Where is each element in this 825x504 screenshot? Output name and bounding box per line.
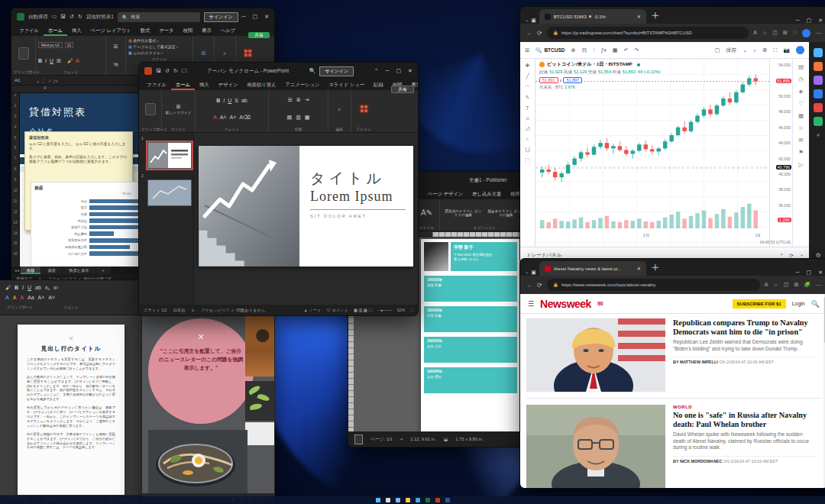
profile-avatar[interactable] <box>802 29 810 37</box>
slide-thumbnail-panel[interactable]: 1 2 <box>139 133 194 305</box>
save-button[interactable]: 保存 <box>726 47 736 54</box>
text-tool-icon[interactable]: T <box>526 105 529 111</box>
font-color-icon[interactable]: A <box>213 115 217 120</box>
italic-icon[interactable]: I <box>22 285 24 290</box>
row-header[interactable]: 7 <box>11 157 19 167</box>
styles-icon[interactable]: A✎ <box>421 208 432 217</box>
ribbon-tab-6[interactable]: 校閲 <box>179 25 198 36</box>
ribbon-display-icon[interactable]: ⌃ <box>374 68 379 74</box>
hotlist-icon[interactable]: ◈ <box>799 88 804 95</box>
word-document-area[interactable]: ✕ 見出し行のタイトル この文書内のテキストを変更するには、更新するテキスト ブ… <box>0 315 143 495</box>
search-icon[interactable]: 🔍 <box>811 300 820 308</box>
zoom-tool-icon[interactable]: ⌕ <box>526 136 529 142</box>
browser-tab-active[interactable]: Alexei Navalny news & latest pi... ✕ <box>539 261 646 276</box>
interval-icon[interactable]: 日 <box>581 47 587 54</box>
font-color-icon[interactable]: A <box>76 58 79 63</box>
maximize-icon[interactable]: ▢ <box>396 68 401 74</box>
edge-office-icon[interactable] <box>814 117 823 126</box>
resume-header-row[interactable]: 平野 彩子 〒950-0950 東京都杉並区富士見町 12-3-4 <box>424 242 529 271</box>
quick-access-toolbar[interactable]: 🖫↺↻ <box>60 14 82 20</box>
refresh-icon[interactable]: ⟳ <box>537 30 542 37</box>
time-axis[interactable]: 1月 19 <box>535 230 769 247</box>
ribbon-tab-0[interactable]: ファイル <box>142 79 171 90</box>
char-format-icon[interactable]: Aa <box>28 295 34 300</box>
strikethrough-icon[interactable]: ab <box>35 285 41 290</box>
newsletter-document-window[interactable]: ✕ "ここに引用文を配置して、ご自分のニュースレターのこの問題を強調表示します。… <box>141 313 275 504</box>
browser-tab-strip[interactable]: ◔ ▣ BTCUSD 51863 ▼ -0.1% ✕ ＋ ─▢✕ <box>520 7 825 24</box>
collections-icon[interactable]: ⊞ <box>783 30 788 36</box>
article-headline[interactable]: Republican compares Trump to Navalny Dem… <box>673 318 817 336</box>
measure-icon[interactable]: ◿ <box>526 125 529 131</box>
sheet-nav-icons[interactable]: ◂ ▸ <box>15 268 20 273</box>
paste-button[interactable] <box>145 103 156 115</box>
article-headline[interactable]: No one is "safe" in Russia after Navalny… <box>673 411 817 428</box>
maximize-icon[interactable]: ▢ <box>807 18 812 24</box>
right-widget-bar[interactable]: ▤◷◈♡▦☺✉⚑▷ <box>792 59 809 247</box>
calendar-icon[interactable]: ▦ <box>798 112 804 119</box>
comments-button[interactable]: 🗨 コメント <box>326 308 348 313</box>
minimize-icon[interactable]: ─ <box>796 18 800 24</box>
shrink-font-icon[interactable]: A˅ <box>48 295 55 300</box>
ribbon-tab-4[interactable]: 画面切り替え <box>242 79 280 90</box>
border-icon[interactable]: ⊞ <box>57 58 61 64</box>
start-icon[interactable] <box>376 498 380 502</box>
ribbon-tab-5[interactable]: アニメーション <box>280 79 324 90</box>
newsweek-page[interactable]: ☰ Newsweek 90 SUBSCRIBE FOR $1 Login 🔍 <box>520 294 825 488</box>
newsweek-browser-window[interactable]: ◔ ▣ Alexei Navalny news & latest pi... ✕… <box>519 258 825 489</box>
excel-share-button[interactable]: 共有 <box>248 32 270 38</box>
format-painter-icon[interactable]: 🖌 <box>5 285 11 290</box>
sheet-tab[interactable]: 負債と資本 <box>63 267 95 274</box>
trendline-icon[interactable]: ╱ <box>526 73 529 79</box>
excel-icon[interactable] <box>425 498 430 502</box>
row-header[interactable]: 14 <box>11 231 19 242</box>
close-tab-icon[interactable]: ✕ <box>637 266 641 271</box>
slide-thumbnail-1[interactable] <box>147 142 192 169</box>
underline-icon[interactable]: U <box>228 98 231 103</box>
row-header[interactable]: 5 <box>11 136 19 147</box>
font-color-icon[interactable]: A <box>20 295 24 300</box>
row-header[interactable]: 6 <box>11 146 19 157</box>
powerpoint-signin-button[interactable]: サインイン <box>319 66 354 76</box>
minimize-icon[interactable]: ─ <box>796 270 800 276</box>
row-header[interactable]: 3 <box>11 115 19 125</box>
word-icon[interactable] <box>445 498 450 502</box>
lock-all-icon[interactable]: ⬚ <box>525 157 530 163</box>
collections-icon[interactable]: ⊞ <box>794 282 798 288</box>
shadow-icon[interactable]: S <box>235 98 238 103</box>
ribbon-tab-2[interactable]: 挿入 <box>67 25 86 36</box>
powerpoint-titlebar[interactable]: 🖫↺↻🖵 アーバン モノクローム - PowerPoint 🔍 サインイン ⌃─… <box>139 63 418 79</box>
browser-toolbar[interactable]: ← ⟳ 🔒https://jp.tradingview.com/chart/?s… <box>520 24 825 42</box>
clock[interactable]: 04:00:53 (UTC+9) <box>760 240 791 244</box>
find-icon[interactable]: ⌕ <box>338 106 341 112</box>
ribbon-tab-4[interactable]: 数式 <box>136 25 155 36</box>
new-slide-icon[interactable]: ⊞ <box>176 104 181 110</box>
split-screen-icon[interactable]: ◫ <box>784 282 789 288</box>
split-screen-icon[interactable]: ◫ <box>772 30 778 36</box>
new-tab-button[interactable]: ＋ <box>649 8 662 24</box>
powerpoint-ribbon-tabs[interactable]: ファイルホーム挿入デザイン画面切り替えアニメーションスライド ショー記録校閲表示… <box>139 79 418 90</box>
superscript-icon[interactable]: x² <box>53 285 58 290</box>
resume-timeline-row[interactable]: 19XX/X年高校 卒業 <box>424 276 529 302</box>
maximize-icon[interactable]: ▢ <box>807 270 812 276</box>
tradingview-browser-window[interactable]: ◔ ▣ BTCUSD 51863 ▼ -0.1% ✕ ＋ ─▢✕ ← ⟳ 🔒ht… <box>519 6 825 264</box>
slide-title-en[interactable]: Lorem Ipsum <box>310 189 406 210</box>
ribbon-tab-5[interactable]: データ <box>154 25 178 36</box>
row-header[interactable]: 2 <box>11 104 19 115</box>
trump-photo[interactable] <box>526 318 665 392</box>
browser-tab-active[interactable]: BTCUSD 51863 ▼ -0.1% ✕ <box>539 9 646 24</box>
article-2[interactable]: WORLD No one is "safe" in Russia after N… <box>520 400 825 488</box>
article-1[interactable]: Republican compares Trump to Navalny Dem… <box>520 314 825 396</box>
sheet-tab-active[interactable]: 推移 <box>21 267 41 274</box>
fib-icon[interactable]: ◠ <box>525 84 529 90</box>
search-icon[interactable]: 🔍 <box>309 68 316 74</box>
strikethrough-icon[interactable]: ab <box>241 98 247 103</box>
close-icon[interactable]: ✕ <box>408 68 412 74</box>
chat-icon[interactable]: ✉ <box>798 137 803 144</box>
read-aloud-icon[interactable]: A <box>753 30 757 36</box>
ribbon-tab-6[interactable]: スライド ショー <box>324 79 369 90</box>
snapshot-icon[interactable]: 📷 <box>783 47 790 53</box>
brush-icon[interactable]: ✎ <box>526 95 530 101</box>
autosave-toggle[interactable]: ⬭ <box>52 14 57 20</box>
underline-icon[interactable]: U <box>50 58 53 63</box>
people-icon[interactable]: ☺ <box>798 124 804 131</box>
